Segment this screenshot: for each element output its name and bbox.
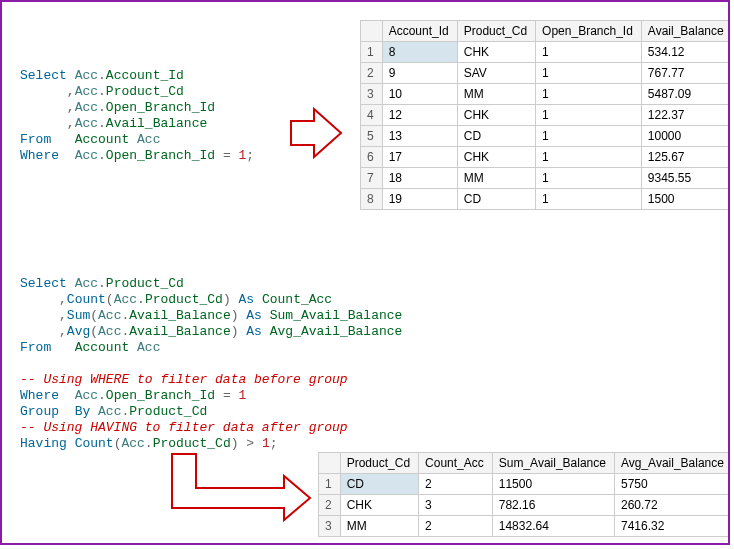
- kw-where: Where: [20, 148, 59, 163]
- table-header-row: Product_Cd Count_Acc Sum_Avail_Balance A…: [319, 453, 731, 474]
- table-cell[interactable]: 7416.32: [614, 516, 730, 537]
- table-cell[interactable]: 19: [382, 189, 457, 210]
- table-cell[interactable]: 13: [382, 126, 457, 147]
- kw-select: Select: [20, 68, 67, 83]
- fn-sum: Sum: [67, 308, 90, 323]
- table-cell[interactable]: 3: [419, 495, 493, 516]
- table-cell[interactable]: 9: [382, 63, 457, 84]
- table-cell[interactable]: 8: [382, 42, 457, 63]
- table-cell[interactable]: 534.12: [641, 42, 730, 63]
- table-cell[interactable]: CHK: [457, 147, 535, 168]
- table-cell[interactable]: CHK: [340, 495, 418, 516]
- col-account-id: Account_Id: [106, 68, 184, 83]
- table-cell[interactable]: CHK: [457, 105, 535, 126]
- table-cell[interactable]: 5: [361, 126, 383, 147]
- table-cell[interactable]: 1: [536, 63, 642, 84]
- table-cell[interactable]: MM: [340, 516, 418, 537]
- table-row: 412CHK1122.37: [361, 105, 731, 126]
- table-row: 1CD2115005750: [319, 474, 731, 495]
- table-cell[interactable]: 1500: [641, 189, 730, 210]
- table-cell[interactable]: 1: [536, 84, 642, 105]
- arrow-down-right-icon: [164, 450, 314, 530]
- col-header-avg-avail-balance: Avg_Avail_Balance: [614, 453, 730, 474]
- table-row: 819CD11500: [361, 189, 731, 210]
- table-cell[interactable]: 2: [319, 495, 341, 516]
- table-row: 29SAV1767.77: [361, 63, 731, 84]
- table-cell[interactable]: 1: [536, 168, 642, 189]
- table-cell[interactable]: 5750: [614, 474, 730, 495]
- kw-from: From: [20, 132, 51, 147]
- col-header-avail-balance: Avail_Balance: [641, 21, 730, 42]
- table-cell[interactable]: 125.67: [641, 147, 730, 168]
- table-cell[interactable]: 2: [361, 63, 383, 84]
- table-cell[interactable]: 782.16: [492, 495, 614, 516]
- table-cell[interactable]: 1: [361, 42, 383, 63]
- tbl-account: Account: [75, 132, 130, 147]
- table-row: 617CHK1125.67: [361, 147, 731, 168]
- table-cell[interactable]: 260.72: [614, 495, 730, 516]
- table-cell[interactable]: CD: [457, 189, 535, 210]
- table-cell[interactable]: 10: [382, 84, 457, 105]
- arrow-right-icon: [286, 105, 346, 161]
- table-cell[interactable]: 1: [536, 105, 642, 126]
- table-cell[interactable]: 2: [419, 516, 493, 537]
- col-header-count-acc: Count_Acc: [419, 453, 493, 474]
- table-cell[interactable]: 1: [536, 189, 642, 210]
- fn-avg: Avg: [67, 324, 90, 339]
- sql-query-2: Select Acc.Product_Cd ,Count(Acc.Product…: [20, 260, 402, 452]
- col-avail-balance: Avail_Balance: [106, 116, 207, 131]
- table-cell[interactable]: 17: [382, 147, 457, 168]
- table-cell[interactable]: 1: [536, 42, 642, 63]
- results-table-1: Account_Id Product_Cd Open_Branch_Id Ava…: [360, 20, 730, 210]
- col-open-branch-id: Open_Branch_Id: [106, 100, 215, 115]
- table-cell[interactable]: 9345.55: [641, 168, 730, 189]
- table-row: 310MM15487.09: [361, 84, 731, 105]
- col-header-open-branch-id: Open_Branch_Id: [536, 21, 642, 42]
- table-cell[interactable]: 8: [361, 189, 383, 210]
- col-header-sum-avail-balance: Sum_Avail_Balance: [492, 453, 614, 474]
- col-product-cd: Product_Cd: [106, 84, 184, 99]
- table-row: 18CHK1534.12: [361, 42, 731, 63]
- table-cell[interactable]: 14832.64: [492, 516, 614, 537]
- table-row: 3MM214832.647416.32: [319, 516, 731, 537]
- table-cell[interactable]: 7: [361, 168, 383, 189]
- table-row: 718MM19345.55: [361, 168, 731, 189]
- table-cell[interactable]: 1: [536, 126, 642, 147]
- table-cell[interactable]: 10000: [641, 126, 730, 147]
- table-cell[interactable]: 3: [319, 516, 341, 537]
- fn-count: Count: [67, 292, 106, 307]
- table-cell[interactable]: 4: [361, 105, 383, 126]
- table-cell[interactable]: 5487.09: [641, 84, 730, 105]
- table-row: 513CD110000: [361, 126, 731, 147]
- results-table-2: Product_Cd Count_Acc Sum_Avail_Balance A…: [318, 452, 730, 537]
- col-header-account-id: Account_Id: [382, 21, 457, 42]
- table-row: 2CHK3782.16260.72: [319, 495, 731, 516]
- table-cell[interactable]: 3: [361, 84, 383, 105]
- table-cell[interactable]: SAV: [457, 63, 535, 84]
- table-cell[interactable]: 18: [382, 168, 457, 189]
- comment-where: -- Using WHERE to filter data before gro…: [20, 372, 348, 387]
- table-cell[interactable]: 11500: [492, 474, 614, 495]
- table-cell[interactable]: 2: [419, 474, 493, 495]
- col-header-product-cd: Product_Cd: [340, 453, 418, 474]
- id-acc: Acc: [75, 68, 98, 83]
- table-cell[interactable]: 767.77: [641, 63, 730, 84]
- col-header-product-cd: Product_Cd: [457, 21, 535, 42]
- table-cell[interactable]: 1: [536, 147, 642, 168]
- table-cell[interactable]: CHK: [457, 42, 535, 63]
- table-cell[interactable]: 1: [319, 474, 341, 495]
- table-cell[interactable]: 6: [361, 147, 383, 168]
- page-frame: Select Acc.Account_Id ,Acc.Product_Cd ,A…: [0, 0, 730, 545]
- table-cell[interactable]: MM: [457, 168, 535, 189]
- table-cell[interactable]: CD: [340, 474, 418, 495]
- table-cell[interactable]: 122.37: [641, 105, 730, 126]
- sql-query-1: Select Acc.Account_Id ,Acc.Product_Cd ,A…: [20, 52, 254, 164]
- comment-having: -- Using HAVING to filter data after gro…: [20, 420, 348, 435]
- table-cell[interactable]: 12: [382, 105, 457, 126]
- table-cell[interactable]: CD: [457, 126, 535, 147]
- table-header-row: Account_Id Product_Cd Open_Branch_Id Ava…: [361, 21, 731, 42]
- table-cell[interactable]: MM: [457, 84, 535, 105]
